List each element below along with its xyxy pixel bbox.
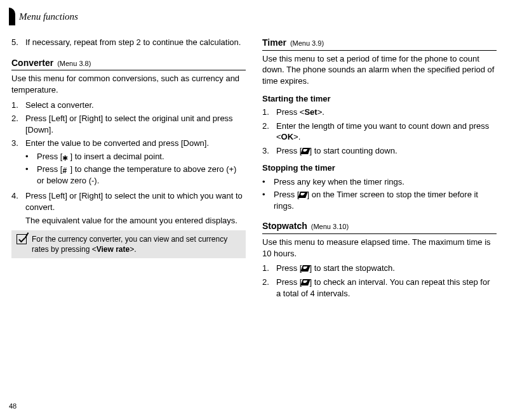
list-number: 2.: [11, 113, 25, 135]
list-item: 2. Press [] to check an interval. You ca…: [262, 277, 497, 299]
list-item: 2. Enter the length of time you want to …: [262, 121, 497, 143]
text: Press [: [37, 152, 62, 161]
list-number: 1.: [262, 107, 276, 118]
list-text: Press <Set>.: [276, 107, 497, 118]
bullet-text: Press any key when the timer rings.: [274, 176, 404, 188]
list-item: 3. Press [] to start counting down.: [262, 145, 497, 157]
page-number: 48: [9, 402, 17, 411]
list-item: 3. Enter the value to be converted and p…: [11, 138, 246, 188]
list-text: Press [Left] or [Right] to select the or…: [25, 113, 246, 135]
bullet-mark: •: [25, 151, 37, 162]
bullet-item: • Press [] to change the temperature to …: [25, 164, 246, 186]
list-number: 3.: [11, 138, 25, 188]
list-text: Enter the value to be converted and pres…: [25, 138, 246, 188]
paragraph: Use this menu to measure elapsed time. T…: [262, 237, 497, 259]
list-number: 3.: [262, 145, 276, 157]
list-text: If necessary, repeat from step 2 to cont…: [25, 37, 246, 48]
subheading: Starting the timer: [262, 93, 497, 105]
menu-reference: (Menu 3.9): [290, 39, 324, 48]
paragraph: Use this menu for common conversions, su…: [11, 73, 246, 95]
section-converter: Converter (Menu 3.8): [11, 57, 246, 71]
list-number: 1.: [262, 263, 276, 274]
bullet-item: • Press [] to insert a decimal point.: [25, 151, 246, 162]
text: Enter the length of time you want to cou…: [276, 121, 489, 142]
content-columns: 5. If necessary, repeat from step 2 to c…: [11, 37, 497, 301]
text: Press [: [276, 277, 302, 287]
right-column: Timer (Menu 3.9) Use this menu to set a …: [262, 37, 497, 301]
text: >.: [293, 132, 300, 141]
section-heading: Stopwatch: [262, 220, 307, 232]
header-accent-bar: [9, 8, 15, 25]
bullet-text: Press [] on the Timer screen to stop the…: [274, 189, 497, 211]
page-header: Menu functions: [9, 8, 78, 25]
list-text: Press [] to start counting down.: [276, 145, 497, 157]
bullet-mark: •: [25, 164, 37, 186]
paragraph: Use this menu to set a period of time fo…: [262, 53, 497, 87]
list-item: 1. Press [] to start the stopwatch.: [262, 263, 497, 274]
list-item: 1. Press <Set>.: [262, 107, 497, 118]
note-box: For the currency converter, you can view…: [11, 230, 246, 258]
left-column: 5. If necessary, repeat from step 2 to c…: [11, 37, 246, 301]
list-number: 1.: [11, 100, 25, 111]
list-item: 2. Press [Left] or [Right] to select the…: [11, 113, 246, 135]
list-number: 4.: [11, 190, 25, 213]
note-icon: [17, 234, 27, 244]
section-heading: Converter: [11, 57, 53, 69]
star-key-icon: [62, 152, 70, 160]
note-text: For the currency converter, you can view…: [32, 234, 241, 254]
list-number: 5.: [11, 37, 25, 48]
text: Enter the value to be converted and pres…: [25, 138, 209, 148]
text: ] to start the stopwatch.: [309, 263, 394, 273]
paragraph: The equivalent value for the amount you …: [25, 215, 246, 226]
sub-list: • Press [] to insert a decimal point. • …: [25, 151, 246, 187]
text: Press <: [276, 107, 304, 117]
bullet-mark: •: [262, 176, 274, 188]
text: Press [: [276, 146, 302, 155]
menu-reference: (Menu 3.10): [311, 222, 349, 232]
list-text: Select a converter.: [25, 100, 246, 111]
text-bold: Set: [304, 107, 317, 117]
menu-reference: (Menu 3.8): [57, 59, 91, 69]
text: ] to insert a decimal point.: [70, 152, 164, 161]
subheading: Stopping the timer: [262, 162, 497, 174]
text: Press [: [276, 263, 302, 273]
section-stopwatch: Stopwatch (Menu 3.10): [262, 220, 497, 234]
hash-key-icon: [62, 165, 70, 173]
text: ] to start counting down.: [309, 146, 397, 155]
list-item: 4. Press [Left] or [Right] to select the…: [11, 190, 246, 213]
bullet-text: Press [] to change the temperature to ab…: [37, 164, 246, 186]
text-bold: View rate: [97, 245, 130, 254]
list-number: 2.: [262, 277, 276, 299]
text-bold: OK: [281, 132, 294, 141]
header-title: Menu functions: [19, 10, 78, 23]
list-text: Enter the length of time you want to cou…: [276, 121, 497, 143]
list-text: Press [Left] or [Right] to select the un…: [25, 190, 246, 213]
list-text: Press [] to check an interval. You can r…: [276, 277, 497, 299]
section-timer: Timer (Menu 3.9): [262, 37, 497, 51]
text: >.: [318, 107, 324, 117]
bullet-text: Press [] to insert a decimal point.: [37, 151, 164, 162]
text: Press [: [274, 190, 299, 199]
list-item: 5. If necessary, repeat from step 2 to c…: [11, 37, 246, 48]
text: >.: [130, 245, 136, 254]
list-text: Press [] to start the stopwatch.: [276, 263, 497, 274]
bullet-item: • Press [] on the Timer screen to stop t…: [262, 189, 497, 211]
bullet-mark: •: [262, 189, 274, 211]
list-number: 2.: [262, 121, 276, 143]
bullet-item: • Press any key when the timer rings.: [262, 176, 497, 188]
list-item: 1. Select a converter.: [11, 100, 246, 111]
section-heading: Timer: [262, 37, 286, 49]
text: Press [: [37, 164, 62, 174]
